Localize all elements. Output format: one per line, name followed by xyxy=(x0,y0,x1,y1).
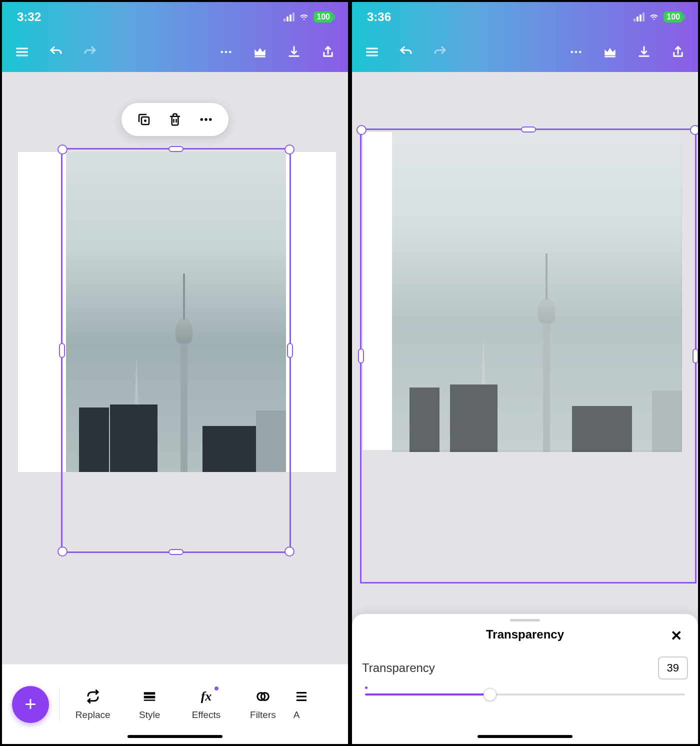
svg-point-8 xyxy=(200,118,204,121)
share-icon[interactable] xyxy=(320,44,336,60)
adjust-icon xyxy=(294,688,310,704)
share-icon[interactable] xyxy=(670,44,686,60)
tool-label: Replace xyxy=(76,710,110,720)
resize-handle-tl[interactable] xyxy=(58,144,68,154)
top-toolbar xyxy=(352,32,698,72)
replace-icon xyxy=(85,688,101,704)
status-time: 3:36 xyxy=(367,10,391,24)
resize-edge-left[interactable] xyxy=(358,348,364,364)
style-icon xyxy=(142,688,158,704)
download-icon[interactable] xyxy=(286,44,302,60)
tool-replace[interactable]: Replace xyxy=(64,688,121,720)
tool-label: A xyxy=(294,710,300,720)
resize-handle-tr[interactable] xyxy=(690,125,700,135)
duplicate-button[interactable] xyxy=(136,111,152,128)
transparency-panel: Transparency ✕ Transparency 39 xyxy=(352,614,698,744)
tool-label: Filters xyxy=(250,710,276,720)
svg-rect-25 xyxy=(604,56,615,58)
canvas-area[interactable] xyxy=(2,72,348,744)
filters-icon xyxy=(255,688,271,704)
wifi-icon xyxy=(648,12,660,22)
resize-handle-tl[interactable] xyxy=(356,125,366,135)
context-menu xyxy=(122,103,228,136)
panel-drag-handle[interactable] xyxy=(510,619,540,622)
transparency-slider[interactable] xyxy=(365,690,685,700)
menu-icon[interactable] xyxy=(14,44,30,60)
tool-effects[interactable]: fx Effects xyxy=(178,688,234,720)
resize-edge-left[interactable] xyxy=(59,343,65,358)
svg-point-5 xyxy=(229,51,232,54)
battery-indicator: 100 xyxy=(664,12,683,22)
svg-point-23 xyxy=(575,51,578,54)
svg-point-3 xyxy=(221,51,224,54)
phone-left: 3:32 100 xyxy=(0,0,350,746)
resize-handle-tr[interactable] xyxy=(284,144,294,154)
resize-edge-top[interactable] xyxy=(168,146,184,152)
home-indicator[interactable] xyxy=(128,735,222,738)
resize-edge-top[interactable] xyxy=(521,126,536,132)
close-icon[interactable]: ✕ xyxy=(667,626,685,644)
resize-edge-right[interactable] xyxy=(692,348,698,364)
signal-icon xyxy=(634,12,644,22)
slider-fill xyxy=(365,694,490,696)
panel-title: Transparency xyxy=(486,628,564,642)
resize-edge-bottom[interactable] xyxy=(168,549,184,555)
status-right: 100 xyxy=(634,12,683,22)
tool-style[interactable]: Style xyxy=(121,688,178,720)
svg-rect-12 xyxy=(144,696,156,698)
top-toolbar xyxy=(2,32,348,72)
transparency-value-input[interactable]: 39 xyxy=(658,656,688,680)
redo-icon[interactable] xyxy=(432,44,448,60)
crown-icon[interactable] xyxy=(252,44,268,60)
transparency-label: Transparency xyxy=(362,661,435,675)
svg-rect-11 xyxy=(144,692,156,694)
resize-handle-bl[interactable] xyxy=(58,546,68,556)
svg-rect-13 xyxy=(144,700,156,701)
notification-dot xyxy=(214,686,218,690)
menu-icon[interactable] xyxy=(364,44,380,60)
more-icon[interactable] xyxy=(218,44,234,60)
slider-min-tick xyxy=(365,686,368,689)
svg-point-4 xyxy=(225,51,228,54)
bottom-toolbar: + Replace Style fx Effects Filters xyxy=(2,664,348,744)
wifi-icon xyxy=(298,12,310,22)
battery-indicator: 100 xyxy=(314,12,333,22)
status-time: 3:32 xyxy=(17,10,41,24)
svg-rect-6 xyxy=(254,56,265,58)
crown-icon[interactable] xyxy=(602,44,618,60)
separator xyxy=(59,687,60,722)
slider-thumb[interactable] xyxy=(484,688,496,701)
resize-edge-right[interactable] xyxy=(287,343,293,358)
signal-icon xyxy=(284,12,294,22)
home-indicator[interactable] xyxy=(478,735,572,738)
status-bar: 3:32 100 xyxy=(2,2,348,32)
selection-box[interactable] xyxy=(61,148,291,553)
undo-icon[interactable] xyxy=(48,44,64,60)
effects-icon: fx xyxy=(198,688,214,704)
download-icon[interactable] xyxy=(636,44,652,60)
selection-box[interactable] xyxy=(360,128,696,584)
resize-handle-br[interactable] xyxy=(284,546,294,556)
tool-filters[interactable]: Filters xyxy=(234,688,291,720)
svg-point-22 xyxy=(571,51,574,54)
tool-label: Style xyxy=(139,710,160,720)
add-fab[interactable]: + xyxy=(12,686,49,723)
phone-right: 3:36 100 xyxy=(350,0,700,746)
svg-point-9 xyxy=(204,118,208,121)
redo-icon[interactable] xyxy=(82,44,98,60)
tool-adjust-partial[interactable]: A xyxy=(292,688,348,720)
more-icon[interactable] xyxy=(568,44,584,60)
svg-point-24 xyxy=(579,51,582,54)
tool-label: Effects xyxy=(192,710,221,720)
status-right: 100 xyxy=(284,12,333,22)
more-options-button[interactable] xyxy=(198,111,214,128)
svg-point-10 xyxy=(209,118,212,121)
undo-icon[interactable] xyxy=(398,44,414,60)
delete-button[interactable] xyxy=(166,111,184,128)
status-bar: 3:36 100 xyxy=(352,2,698,32)
